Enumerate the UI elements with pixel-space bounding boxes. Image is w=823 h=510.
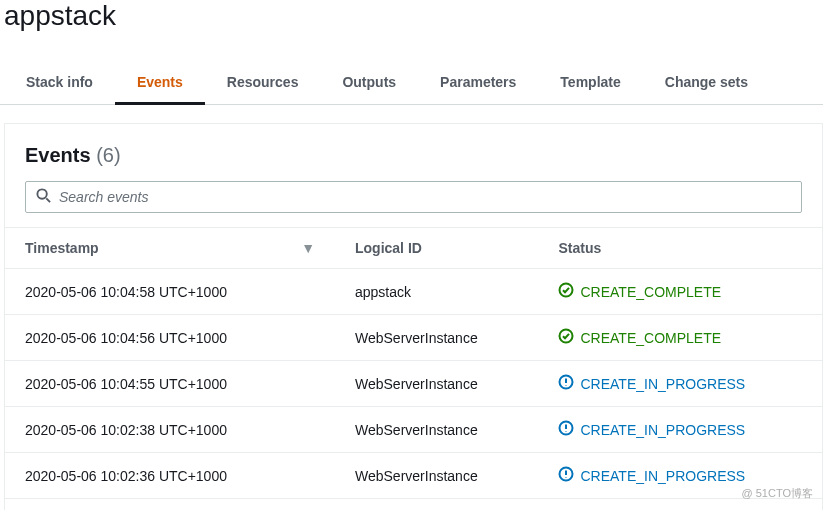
svg-point-12 (566, 477, 567, 478)
tab-parameters[interactable]: Parameters (418, 62, 538, 104)
cell-timestamp: 2020-05-06 10:02:36 UTC+1000 (5, 453, 335, 499)
status-text: CREATE_IN_PROGRESS (580, 422, 745, 438)
status-text: CREATE_IN_PROGRESS (580, 376, 745, 392)
status-text: CREATE_IN_PROGRESS (580, 468, 745, 484)
cell-logical-id: WebServerInstance (335, 361, 538, 407)
info-circle-icon (558, 466, 574, 485)
table-row: 2020-05-06 10:04:55 UTC+1000WebServerIns… (5, 361, 822, 407)
tab-outputs[interactable]: Outputs (320, 62, 418, 104)
cell-logical-id: WebServerInstance (335, 453, 538, 499)
search-events[interactable] (25, 181, 802, 213)
table-row: 2020-05-06 10:04:58 UTC+1000appstackCREA… (5, 269, 822, 315)
watermark: @ 51CTO博客 (742, 486, 813, 501)
tab-resources[interactable]: Resources (205, 62, 321, 104)
events-heading: Events (6) (5, 144, 822, 181)
events-title: Events (25, 144, 91, 166)
info-circle-icon (558, 420, 574, 439)
cell-timestamp: 2020-05-06 10:02:38 UTC+1000 (5, 407, 335, 453)
table-row: 2020-05-06 10:02:36 UTC+1000WebServerIns… (5, 453, 822, 499)
search-input[interactable] (59, 189, 791, 205)
status-text: CREATE_COMPLETE (580, 330, 721, 346)
svg-point-9 (566, 431, 567, 432)
cell-logical-id: WebServerInstance (335, 315, 538, 361)
cell-logical-id: appstack (335, 499, 538, 511)
info-circle-icon (558, 374, 574, 393)
cell-timestamp: 2020-05-06 10:04:56 UTC+1000 (5, 315, 335, 361)
cell-status: CREATE_IN_PROGRESS (538, 407, 822, 453)
cell-status: CREATE_COMPLETE (538, 315, 822, 361)
tab-template[interactable]: Template (538, 62, 642, 104)
page-title: appstack (0, 0, 823, 44)
cell-timestamp: 2020-05-06 10:02:32 UTC+1000 (5, 499, 335, 511)
col-logical-id[interactable]: Logical ID (335, 228, 538, 269)
cell-logical-id: WebServerInstance (335, 407, 538, 453)
table-row: 2020-05-06 10:04:56 UTC+1000WebServerIns… (5, 315, 822, 361)
search-icon (36, 188, 59, 206)
tab-stack-info[interactable]: Stack info (4, 62, 115, 104)
status-text: CREATE_COMPLETE (580, 284, 721, 300)
col-status[interactable]: Status (538, 228, 822, 269)
svg-point-6 (566, 385, 567, 386)
cell-timestamp: 2020-05-06 10:04:58 UTC+1000 (5, 269, 335, 315)
cell-status: CREATE_COMPLETE (538, 269, 822, 315)
check-circle-icon (558, 328, 574, 347)
sort-desc-icon: ▼ (301, 240, 315, 256)
tab-change-sets[interactable]: Change sets (643, 62, 770, 104)
events-table: Timestamp ▼ Logical ID Status 2020-05-06… (5, 227, 822, 510)
events-count: (6) (96, 144, 120, 166)
svg-point-0 (37, 189, 46, 198)
cell-logical-id: appstack (335, 269, 538, 315)
svg-line-1 (46, 198, 50, 202)
check-circle-icon (558, 282, 574, 301)
col-timestamp[interactable]: Timestamp ▼ (5, 228, 335, 269)
tabs: Stack info Events Resources Outputs Para… (0, 62, 823, 105)
events-panel: Events (6) Timestamp ▼ Logical ID Status… (4, 123, 823, 510)
table-row: 2020-05-06 10:02:38 UTC+1000WebServerIns… (5, 407, 822, 453)
cell-timestamp: 2020-05-06 10:04:55 UTC+1000 (5, 361, 335, 407)
table-row: 2020-05-06 10:02:32 UTC+1000appstackCREA… (5, 499, 822, 511)
cell-status: CREATE_IN_PROGRESS (538, 361, 822, 407)
tab-events[interactable]: Events (115, 62, 205, 105)
